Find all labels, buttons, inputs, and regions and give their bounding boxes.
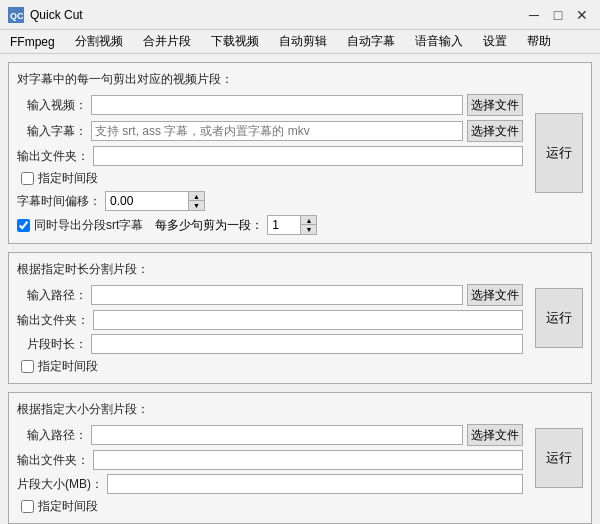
menu-ffmpeg[interactable]: FFmpeg bbox=[0, 30, 65, 53]
menu-auto-edit[interactable]: 自动剪辑 bbox=[269, 30, 337, 53]
subtitle-offset-up[interactable]: ▲ bbox=[188, 192, 204, 201]
input-path-field-3[interactable] bbox=[91, 425, 463, 445]
menu-voice-input[interactable]: 语音输入 bbox=[405, 30, 473, 53]
clip-size-row: 片段大小(MB)： bbox=[17, 474, 523, 494]
export-srt-checkbox[interactable] bbox=[17, 219, 30, 232]
per-segment-down[interactable]: ▼ bbox=[300, 225, 316, 234]
input-video-label: 输入视频： bbox=[17, 97, 87, 114]
output-folder-field-1[interactable] bbox=[93, 146, 523, 166]
subtitle-offset-row: 字幕时间偏移： ▲ ▼ bbox=[17, 191, 523, 211]
input-subtitle-field[interactable] bbox=[91, 121, 463, 141]
duration-split-panel: 根据指定时长分割片段： 输入路径： 选择文件 输出文件夹： 片段时长： bbox=[8, 252, 592, 384]
titlebar: QC Quick Cut ─ □ ✕ bbox=[0, 0, 600, 30]
close-button[interactable]: ✕ bbox=[572, 5, 592, 25]
specify-time-row-3: 指定时间段 bbox=[21, 498, 523, 515]
menu-merge-clips[interactable]: 合并片段 bbox=[133, 30, 201, 53]
specify-time-row-2: 指定时间段 bbox=[21, 358, 523, 375]
main-content: 对字幕中的每一句剪出对应的视频片段： 输入视频： 选择文件 输入字幕： 选择文件 bbox=[0, 54, 600, 524]
clip-duration-label: 片段时长： bbox=[17, 336, 87, 353]
export-srt-label: 同时导出分段srt字幕 bbox=[34, 217, 143, 234]
size-split-title: 根据指定大小分割片段： bbox=[17, 401, 583, 418]
clip-size-label: 片段大小(MB)： bbox=[17, 476, 103, 493]
menu-settings[interactable]: 设置 bbox=[473, 30, 517, 53]
input-video-row: 输入视频： 选择文件 bbox=[17, 94, 523, 116]
output-folder-field-2[interactable] bbox=[93, 310, 523, 330]
duration-split-fields: 输入路径： 选择文件 输出文件夹： 片段时长： 指定时间段 bbox=[17, 284, 523, 375]
clip-duration-field[interactable] bbox=[91, 334, 523, 354]
input-path-file-button-3[interactable]: 选择文件 bbox=[467, 424, 523, 446]
output-folder-row-2: 输出文件夹： bbox=[17, 310, 523, 330]
input-path-label-3: 输入路径： bbox=[17, 427, 87, 444]
input-path-label-2: 输入路径： bbox=[17, 287, 87, 304]
app-icon: QC bbox=[8, 7, 24, 23]
specify-time-label-3: 指定时间段 bbox=[38, 498, 98, 515]
input-path-field-2[interactable] bbox=[91, 285, 463, 305]
app-title: Quick Cut bbox=[30, 8, 524, 22]
input-subtitle-file-button[interactable]: 选择文件 bbox=[467, 120, 523, 142]
input-path-row-2: 输入路径： 选择文件 bbox=[17, 284, 523, 306]
subtitle-cut-run-button[interactable]: 运行 bbox=[535, 113, 583, 193]
output-folder-field-3[interactable] bbox=[93, 450, 523, 470]
output-folder-label-2: 输出文件夹： bbox=[17, 312, 89, 329]
export-srt-row: 同时导出分段srt字幕 每多少句剪为一段： ▲ ▼ bbox=[17, 215, 523, 235]
output-folder-row-1: 输出文件夹： bbox=[17, 146, 523, 166]
svg-text:QC: QC bbox=[10, 11, 24, 21]
specify-time-row-1: 指定时间段 bbox=[21, 170, 523, 187]
output-folder-label-3: 输出文件夹： bbox=[17, 452, 89, 469]
size-split-fields: 输入路径： 选择文件 输出文件夹： 片段大小(MB)： 指定时间 bbox=[17, 424, 523, 515]
output-folder-label-1: 输出文件夹： bbox=[17, 148, 89, 165]
input-video-file-button[interactable]: 选择文件 bbox=[467, 94, 523, 116]
input-subtitle-label: 输入字幕： bbox=[17, 123, 87, 140]
duration-split-title: 根据指定时长分割片段： bbox=[17, 261, 583, 278]
subtitle-offset-down[interactable]: ▼ bbox=[188, 201, 204, 210]
input-video-field[interactable] bbox=[91, 95, 463, 115]
minimize-button[interactable]: ─ bbox=[524, 5, 544, 25]
subtitle-offset-spinbox: ▲ ▼ bbox=[105, 191, 205, 211]
specify-time-checkbox-3[interactable] bbox=[21, 500, 34, 513]
clip-duration-row: 片段时长： bbox=[17, 334, 523, 354]
size-split-panel: 根据指定大小分割片段： 输入路径： 选择文件 输出文件夹： 片段大小(MB)： bbox=[8, 392, 592, 524]
menubar: FFmpeg 分割视频 合并片段 下载视频 自动剪辑 自动字幕 语音输入 设置 … bbox=[0, 30, 600, 54]
per-segment-up[interactable]: ▲ bbox=[300, 216, 316, 225]
subtitle-cut-title: 对字幕中的每一句剪出对应的视频片段： bbox=[17, 71, 583, 88]
size-split-form: 输入路径： 选择文件 输出文件夹： 片段大小(MB)： 指定时间 bbox=[17, 424, 583, 515]
size-split-run-button[interactable]: 运行 bbox=[535, 428, 583, 488]
specify-time-checkbox-1[interactable] bbox=[21, 172, 34, 185]
window-controls: ─ □ ✕ bbox=[524, 5, 592, 25]
maximize-button[interactable]: □ bbox=[548, 5, 568, 25]
menu-auto-subtitle[interactable]: 自动字幕 bbox=[337, 30, 405, 53]
clip-size-field[interactable] bbox=[107, 474, 523, 494]
duration-split-form: 输入路径： 选择文件 输出文件夹： 片段时长： 指定时间段 bbox=[17, 284, 583, 375]
specify-time-label-2: 指定时间段 bbox=[38, 358, 98, 375]
input-path-row-3: 输入路径： 选择文件 bbox=[17, 424, 523, 446]
specify-time-label-1: 指定时间段 bbox=[38, 170, 98, 187]
subtitle-cut-fields: 输入视频： 选择文件 输入字幕： 选择文件 输出文件夹： bbox=[17, 94, 523, 235]
menu-download-video[interactable]: 下载视频 bbox=[201, 30, 269, 53]
subtitle-cut-panel: 对字幕中的每一句剪出对应的视频片段： 输入视频： 选择文件 输入字幕： 选择文件 bbox=[8, 62, 592, 244]
subtitle-offset-label: 字幕时间偏移： bbox=[17, 193, 101, 210]
per-segment-spinbox: ▲ ▼ bbox=[267, 215, 317, 235]
menu-split-video[interactable]: 分割视频 bbox=[65, 30, 133, 53]
input-path-file-button-2[interactable]: 选择文件 bbox=[467, 284, 523, 306]
output-folder-row-3: 输出文件夹： bbox=[17, 450, 523, 470]
subtitle-offset-spinbtns: ▲ ▼ bbox=[188, 192, 204, 210]
per-segment-label: 每多少句剪为一段： bbox=[155, 217, 263, 234]
input-subtitle-row: 输入字幕： 选择文件 bbox=[17, 120, 523, 142]
specify-time-checkbox-2[interactable] bbox=[21, 360, 34, 373]
duration-split-run-button[interactable]: 运行 bbox=[535, 288, 583, 348]
per-segment-spinbtns: ▲ ▼ bbox=[300, 216, 316, 234]
subtitle-cut-form: 输入视频： 选择文件 输入字幕： 选择文件 输出文件夹： bbox=[17, 94, 583, 235]
menu-help[interactable]: 帮助 bbox=[517, 30, 561, 53]
